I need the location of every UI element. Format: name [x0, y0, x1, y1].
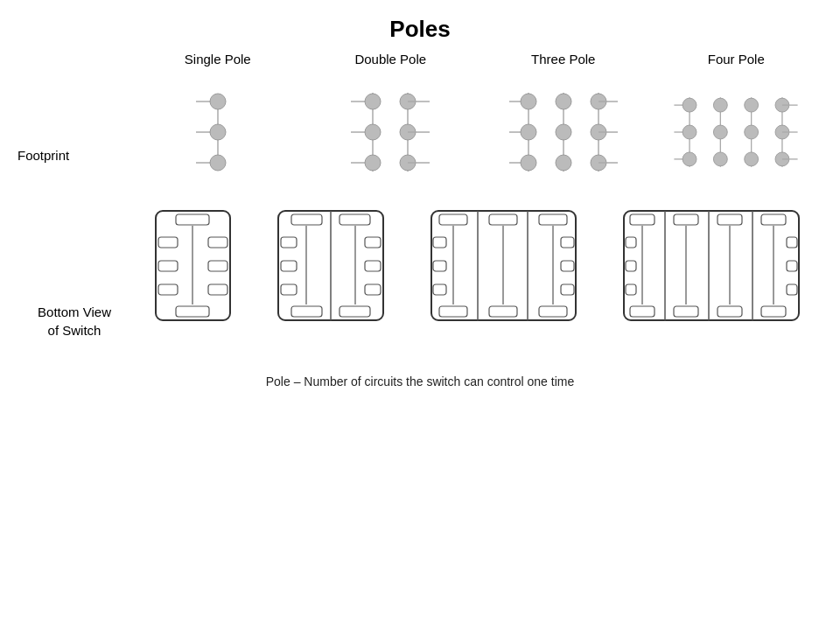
diagrams-column: Single Pole Double Pole Three Pole Four … [131, 52, 840, 340]
svg-rect-65 [158, 261, 178, 271]
svg-rect-66 [158, 284, 178, 295]
svg-rect-62 [176, 214, 209, 225]
bottomview-row [131, 206, 840, 325]
svg-rect-86 [439, 214, 467, 225]
svg-rect-115 [787, 237, 797, 248]
col-header-double: Double Pole [312, 52, 469, 66]
bottomview-single [151, 206, 234, 325]
svg-point-2 [210, 94, 226, 109]
svg-rect-73 [340, 214, 370, 225]
svg-rect-104 [630, 214, 654, 225]
svg-rect-67 [208, 237, 228, 248]
svg-point-31 [556, 124, 571, 140]
footnote: Pole – Number of circuits the switch can… [266, 374, 575, 388]
footprint-double [325, 75, 456, 189]
svg-point-45 [714, 98, 728, 112]
svg-point-56 [682, 152, 696, 166]
svg-rect-77 [281, 261, 297, 271]
svg-point-58 [745, 152, 759, 166]
footprint-three [498, 75, 629, 189]
svg-rect-74 [291, 306, 322, 317]
svg-point-44 [682, 98, 696, 112]
svg-point-36 [556, 155, 571, 171]
svg-point-50 [682, 125, 696, 139]
svg-point-18 [365, 155, 381, 171]
page-title: Poles [389, 16, 450, 43]
page: Poles Footprint Bottom Viewof Switch Sin… [0, 0, 840, 630]
column-headers: Single Pole Double Pole Three Pole Four … [131, 52, 840, 66]
footprint-four [670, 75, 802, 189]
svg-rect-109 [674, 306, 698, 317]
svg-rect-111 [761, 306, 786, 317]
content-area: Footprint Bottom Viewof Switch Single Po… [0, 52, 840, 340]
svg-rect-113 [626, 261, 636, 271]
bottomview-label: Bottom Viewof Switch [18, 303, 131, 340]
svg-point-46 [745, 98, 759, 112]
svg-point-25 [521, 94, 536, 109]
svg-rect-97 [561, 284, 574, 295]
svg-point-51 [714, 125, 728, 139]
svg-point-4 [210, 124, 226, 140]
svg-rect-88 [539, 214, 567, 225]
svg-point-52 [745, 125, 759, 139]
bottomview-double [274, 206, 388, 325]
svg-rect-63 [176, 306, 209, 317]
svg-point-35 [521, 155, 536, 171]
svg-rect-79 [365, 237, 381, 248]
svg-rect-103 [624, 211, 799, 320]
svg-rect-96 [561, 261, 574, 271]
svg-rect-110 [718, 306, 742, 317]
svg-rect-64 [158, 237, 178, 248]
svg-rect-75 [340, 306, 370, 317]
svg-rect-87 [489, 214, 517, 225]
col-header-four: Four Pole [657, 52, 815, 66]
svg-rect-76 [281, 237, 297, 248]
footprint-single [152, 75, 284, 189]
svg-rect-117 [787, 284, 797, 295]
col-header-single: Single Pole [139, 52, 297, 66]
svg-rect-105 [674, 214, 698, 225]
svg-rect-68 [208, 261, 228, 271]
footprint-label: Footprint [18, 148, 131, 163]
col-header-three: Three Pole [485, 52, 642, 66]
footprint-row [131, 75, 840, 189]
svg-rect-93 [433, 261, 446, 271]
svg-rect-112 [626, 237, 636, 248]
svg-point-26 [556, 94, 571, 109]
svg-rect-116 [787, 261, 797, 271]
svg-rect-81 [365, 284, 381, 295]
svg-rect-107 [761, 214, 786, 225]
svg-rect-95 [561, 237, 574, 248]
svg-rect-91 [539, 306, 567, 317]
labels-column: Footprint Bottom Viewof Switch [18, 52, 131, 340]
svg-rect-80 [365, 261, 381, 271]
bottomview-three [427, 206, 580, 325]
svg-point-14 [365, 124, 381, 140]
svg-rect-92 [433, 237, 446, 248]
svg-point-10 [365, 94, 381, 109]
svg-rect-72 [291, 214, 322, 225]
svg-rect-89 [439, 306, 467, 317]
svg-rect-78 [281, 284, 297, 295]
svg-rect-106 [718, 214, 742, 225]
svg-rect-90 [489, 306, 517, 317]
bottomview-four [620, 206, 803, 325]
svg-point-57 [714, 152, 728, 166]
svg-point-6 [210, 155, 226, 171]
svg-rect-108 [630, 306, 654, 317]
svg-rect-114 [626, 284, 636, 295]
svg-rect-94 [433, 284, 446, 295]
svg-rect-69 [208, 284, 228, 295]
svg-point-30 [521, 124, 536, 140]
